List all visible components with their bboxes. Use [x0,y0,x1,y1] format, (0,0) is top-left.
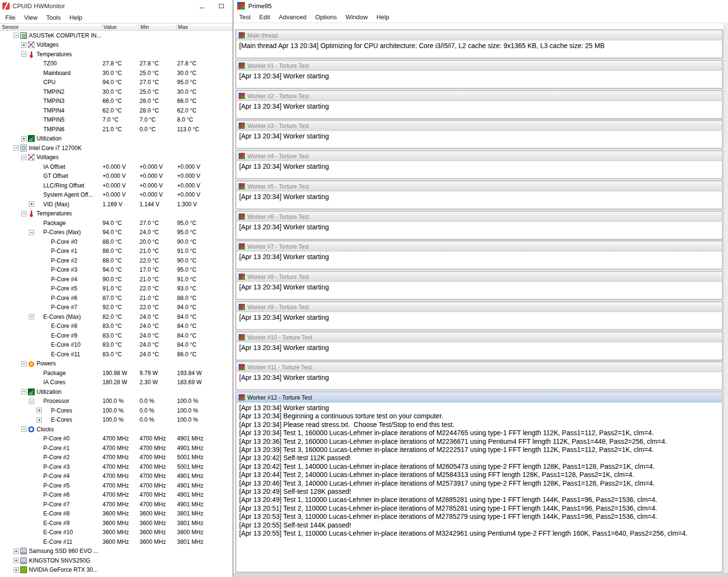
prime95-menu-window[interactable]: Window [341,12,372,22]
sensor-row-mainboard[interactable]: Mainboard30.0 °C25.0 °C30.0 °C [0,68,232,78]
sensor-row-e-core-9[interactable]: E-Core #983.0 °C24.0 °C84.0 °C [0,331,232,340]
vertical-scrollbar[interactable] [724,24,728,573]
expand-toggle-icon[interactable]: + [13,558,19,563]
sensor-row-tz00[interactable]: TZ0027.8 °C27.8 °C27.8 °C [0,59,232,69]
sensor-row-tmpin5[interactable]: TMPIN57.0 °C7.0 °C8.0 °C [0,115,232,125]
sensor-row-processor[interactable]: −Processor100.0 %0.0 %100.0 % [0,397,232,406]
child-window-titlebar[interactable]: Worker #1 - Torture Test [237,61,722,71]
child-window-titlebar[interactable]: Worker #12 - Torture Test [237,393,722,402]
sensor-row-p-core-3[interactable]: P-Core #34700 MHz4700 MHz5001 MHz [0,462,232,472]
column-header-min[interactable]: Min [140,24,149,30]
prime95-menu-edit[interactable]: Edit [255,12,274,22]
sensor-row-p-core-2[interactable]: P-Core #288.0 °C22.0 °C90.0 °C [0,256,232,265]
sensor-row-clocks[interactable]: −Clocks [0,425,232,434]
hwmonitor-titlebar[interactable]: CPUID HWMonitor [0,0,232,12]
sensor-row-intel-core-i7-12700k[interactable]: −Intel Core i7 12700K [0,143,232,153]
collapse-toggle-icon[interactable]: − [29,314,34,319]
sensor-row-samsung-ssd-860-evo[interactable]: +Samsung SSD 860 EVO ... [0,547,232,556]
prime95-menu-options[interactable]: Options [311,12,341,22]
sensor-row-p-core-4[interactable]: P-Core #490.0 °C21.0 °C91.0 °C [0,275,232,284]
child-window-titlebar[interactable]: Main thread [237,31,722,40]
sensor-row-nvidia-geforce-rtx-30[interactable]: +NVIDIA GeForce RTX 30... [0,565,232,575]
expand-toggle-icon[interactable]: + [21,136,26,141]
sensor-row-ia-cores[interactable]: IA Cores180.28 W2.30 W183.69 W [0,378,232,388]
sensor-row-tmpin2[interactable]: TMPIN230.0 °C25.0 °C30.0 °C [0,87,232,97]
sensor-row-p-cores-max[interactable]: −P-Cores (Max)94.0 °C24.0 °C95.0 °C [0,228,232,238]
collapse-toggle-icon[interactable]: − [21,155,26,160]
sensor-row-asustek-computer-in[interactable]: −ASUSTeK COMPUTER IN... [0,31,232,40]
child-window-titlebar[interactable]: Worker #11 - Torture Test [237,363,722,372]
sensor-row-p-core-4[interactable]: P-Core #44700 MHz4700 MHz4901 MHz [0,472,232,481]
sensor-row-utilization[interactable]: −Utilization [0,387,232,397]
sensor-row-temperatures[interactable]: −Temperatures [0,50,232,59]
sensor-row-p-cores[interactable]: +P-Cores100.0 %0.0 %100.0 % [0,406,232,415]
expand-toggle-icon[interactable]: + [37,417,42,423]
sensor-row-kingston-snvs250g[interactable]: +KINGSTON SNVS250G [0,556,232,565]
child-window-titlebar[interactable]: Worker #5 - Torture Test [237,182,722,191]
hwmonitor-menu-view[interactable]: View [20,13,42,23]
sensor-row-powers[interactable]: −Powers [0,359,232,369]
sensor-row-tmpin3[interactable]: TMPIN366.0 °C28.0 °C66.0 °C [0,97,232,106]
sensor-row-voltages[interactable]: −Voltages [0,153,232,163]
sensor-row-e-core-8[interactable]: E-Core #83600 MHz3600 MHz3801 MHz [0,509,232,519]
sensor-row-package[interactable]: Package190.98 W9.79 W193.84 W [0,368,232,378]
expand-toggle-icon[interactable]: + [29,201,34,207]
column-header-max[interactable]: Max [178,24,188,30]
sensor-row-tmpin6[interactable]: TMPIN621.0 °C0.0 °C113.0 °C [0,125,232,134]
sensor-row-p-core-7[interactable]: P-Core #74700 MHz4700 MHz4901 MHz [0,500,232,509]
sensor-row-ia-offset[interactable]: IA Offset+0.000 V+0.000 V+0.000 V [0,162,232,172]
sensor-row-p-core-6[interactable]: P-Core #687.0 °C21.0 °C88.0 °C [0,293,232,303]
collapse-toggle-icon[interactable]: − [21,361,26,366]
sensor-row-package[interactable]: Package94.0 °C27.0 °C95.0 °C [0,218,232,228]
sensor-row-gt-offset[interactable]: GT Offset+0.000 V+0.000 V+0.000 V [0,172,232,181]
sensor-row-e-core-10[interactable]: E-Core #103600 MHz3600 MHz3800 MHz [0,528,232,538]
sensor-row-tmpin4[interactable]: TMPIN462.0 °C28.0 °C62.0 °C [0,106,232,115]
expand-toggle-icon[interactable]: + [13,549,19,554]
child-window-titlebar[interactable]: Worker #6 - Torture Test [237,212,722,222]
sensor-row-voltages[interactable]: +Voltages [0,40,232,50]
sensor-row-e-core-11[interactable]: E-Core #1183.0 °C24.0 °C86.0 °C [0,350,232,359]
child-window-titlebar[interactable]: Worker #4 - Torture Test [237,151,722,161]
sensor-row-p-core-2[interactable]: P-Core #24700 MHz4700 MHz5001 MHz [0,453,232,463]
sensor-row-p-core-6[interactable]: P-Core #64700 MHz4700 MHz4901 MHz [0,490,232,500]
sensor-row-p-core-5[interactable]: P-Core #591.0 °C22.0 °C93.0 °C [0,284,232,294]
sensor-row-e-core-9[interactable]: E-Core #93600 MHz3600 MHz3801 MHz [0,518,232,528]
collapse-toggle-icon[interactable]: − [29,399,34,404]
child-window-titlebar[interactable]: Worker #2 - Torture Test [237,91,722,101]
collapse-toggle-icon[interactable]: − [13,33,19,38]
sensor-row-system-agent-off[interactable]: System Agent Off...+0.000 V+0.000 V+0.00… [0,190,232,200]
sensor-row-cpu[interactable]: CPU94.0 °C27.0 °C95.0 °C [0,78,232,88]
sensor-row-p-core-0[interactable]: P-Core #088.0 °C20.0 °C90.0 °C [0,237,232,247]
minimize-button[interactable] [195,0,209,12]
sensor-row-e-cores-max[interactable]: −E-Cores (Max)82.0 °C24.0 °C84.0 °C [0,312,232,322]
collapse-toggle-icon[interactable]: − [29,230,34,235]
expand-toggle-icon[interactable]: + [37,408,42,413]
sensor-row-e-core-11[interactable]: E-Core #113600 MHz3600 MHz3801 MHz [0,537,232,547]
prime95-menu-advanced[interactable]: Advanced [274,12,311,22]
sensor-row-e-cores[interactable]: +E-Cores100.0 %0.0 %100.0 % [0,415,232,425]
sensor-row-p-core-5[interactable]: P-Core #54700 MHz4700 MHz4901 MHz [0,481,232,490]
hwmonitor-menu-tools[interactable]: Tools [42,13,65,23]
collapse-toggle-icon[interactable]: − [21,426,26,432]
hwmonitor-menu-file[interactable]: File [1,13,20,23]
sensor-row-llc-ring-offset[interactable]: LLC/Ring Offset+0.000 V+0.000 V+0.000 V [0,181,232,190]
sensor-row-e-core-10[interactable]: E-Core #1083.0 °C24.0 °C84.0 °C [0,340,232,350]
child-window-titlebar[interactable]: Worker #9 - Torture Test [237,302,722,312]
collapse-toggle-icon[interactable]: − [21,389,26,394]
sensor-row-utilization[interactable]: +Utilization [0,134,232,144]
sensor-row-p-core-7[interactable]: P-Core #792.0 °C22.0 °C94.0 °C [0,303,232,313]
collapse-toggle-icon[interactable]: − [21,211,26,216]
sensor-row-p-core-3[interactable]: P-Core #394.0 °C17.0 °C95.0 °C [0,265,232,275]
child-window-titlebar[interactable]: Worker #10 - Torture Test [237,333,722,342]
expand-toggle-icon[interactable]: + [13,567,19,573]
prime95-menu-help[interactable]: Help [372,12,394,22]
hwmonitor-menu-help[interactable]: Help [65,13,87,23]
collapse-toggle-icon[interactable]: − [21,51,26,57]
sensor-row-p-core-1[interactable]: P-Core #188.0 °C21.0 °C91.0 °C [0,247,232,256]
sensor-row-vid-max[interactable]: +VID (Max)1.169 V1.144 V1.300 V [0,200,232,209]
child-window-titlebar[interactable]: Worker #7 - Torture Test [237,242,722,251]
child-window-titlebar[interactable]: Worker #3 - Torture Test [237,121,722,131]
child-window-titlebar[interactable]: Worker #8 - Torture Test [237,272,722,282]
sensor-row-p-core-0[interactable]: P-Core #04700 MHz4700 MHz4901 MHz [0,434,232,444]
expand-toggle-icon[interactable]: + [21,42,26,48]
